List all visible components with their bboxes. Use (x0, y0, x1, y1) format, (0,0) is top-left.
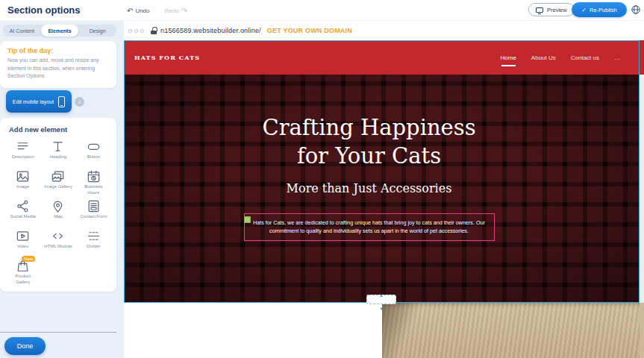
divider-icon (87, 228, 101, 243)
video-icon (16, 228, 30, 243)
map-icon (51, 198, 65, 213)
image-gallery-icon (51, 169, 65, 183)
arrow-down-icon (379, 300, 383, 313)
get-your-own-domain-link[interactable]: GET YOUR OWN DOMAIN (267, 27, 352, 34)
element-label: Image (16, 184, 29, 190)
contact-form-icon (87, 198, 101, 213)
hero-section[interactable]: Crafting Happiness for Your Cats More th… (124, 75, 640, 303)
element-label: Divider (87, 244, 101, 250)
lock-icon (151, 27, 157, 34)
site-nav: Home About Us Contact us … (501, 52, 621, 63)
element-label: Heading (50, 154, 66, 160)
element-label: Description (12, 154, 34, 160)
add-element-image-gallery[interactable]: Image Gallery (40, 169, 75, 197)
social-media-icon (16, 198, 30, 213)
tab-elements[interactable]: Elements (41, 25, 79, 37)
republish-button[interactable]: Re-Publish (572, 2, 627, 17)
edit-mobile-label: Edit mobile layout (13, 99, 54, 104)
redo-icon (181, 7, 187, 15)
republish-label: Re-Publish (590, 7, 617, 13)
language-globe-button[interactable] (631, 4, 641, 15)
window-dot (140, 29, 144, 33)
nav-label: About Us (531, 54, 556, 61)
check-icon (581, 7, 587, 13)
preview-label: Preview (547, 7, 567, 13)
redo-button[interactable]: Redo (165, 7, 188, 15)
element-label: HTML Module (44, 244, 72, 250)
add-element-image[interactable]: Image (5, 169, 40, 197)
tab-label: Elements (48, 28, 71, 34)
undo-label: Undo (135, 7, 149, 14)
preview-button[interactable]: Preview (528, 3, 575, 16)
hero-subheading[interactable]: More than Just Accessories (287, 181, 452, 195)
hero-heading[interactable]: Crafting Happiness for Your Cats (246, 113, 493, 171)
add-element-social-media[interactable]: Social Media (5, 198, 40, 227)
description-icon (16, 139, 30, 154)
section-resize-handle[interactable] (366, 295, 396, 304)
tab-label: AI Content (10, 28, 34, 34)
add-element-title: Add new element (9, 125, 107, 134)
undo-button[interactable]: Undo (127, 7, 150, 15)
nav-about-us[interactable]: About Us (531, 52, 556, 63)
tab-ai-content[interactable]: AI Content (3, 25, 41, 37)
tip-of-the-day-card: Tip of the day: Now you can add, move an… (0, 41, 116, 88)
site-preview-viewport: Hats for Cats Home About Us Contact us …… (124, 40, 640, 358)
phone-icon (58, 96, 65, 107)
element-label: Map (54, 214, 63, 220)
preview-scrollbar[interactable] (640, 40, 644, 358)
element-label: Image Gallery (44, 184, 72, 190)
window-dots (128, 29, 144, 33)
element-label: Video (17, 244, 28, 250)
tip-title: Tip of the day: (7, 47, 109, 54)
image-icon (16, 169, 30, 183)
add-element-html-module[interactable]: HTML Module (40, 228, 75, 257)
history-controls: Undo Redo (127, 7, 187, 15)
element-label: Button (87, 154, 100, 160)
nav-label: Home (501, 54, 516, 61)
globe-icon (631, 4, 641, 15)
next-section-image[interactable] (382, 303, 640, 358)
add-element-video[interactable]: Video (5, 228, 40, 257)
site-url[interactable]: n1566589.websitebuilder.online/ (160, 27, 261, 34)
tab-design[interactable]: Design (78, 25, 116, 37)
undo-icon (127, 7, 133, 15)
panel-tabs: AI Content Elements Design (3, 25, 116, 37)
add-element-business-hours[interactable]: Business Hours (76, 169, 111, 197)
topbar: Section options Undo Redo Preview Re-Pub… (0, 0, 644, 21)
html-module-icon (51, 228, 65, 243)
info-icon[interactable] (75, 97, 84, 107)
add-element-heading[interactable]: Heading (40, 139, 75, 167)
window-dot (134, 29, 138, 33)
add-element-button[interactable]: Button (76, 139, 111, 167)
nav-contact-us[interactable]: Contact us (571, 52, 599, 63)
nav-more[interactable]: … (614, 52, 620, 63)
business-hours-icon (87, 169, 101, 183)
element-label: Product Gallery (9, 274, 37, 286)
add-element-description[interactable]: Description (5, 139, 40, 167)
tab-label: Design (90, 28, 106, 34)
add-new-element-card: Add new element Description Heading (0, 118, 116, 292)
element-label: Contact Form (80, 214, 107, 220)
site-logo[interactable]: Hats for Cats (134, 54, 200, 61)
site-header-section[interactable]: Hats for Cats Home About Us Contact us … (124, 40, 640, 75)
button-icon (87, 139, 101, 154)
add-element-product-gallery[interactable]: New Product Gallery (5, 258, 40, 286)
panel-divider (0, 332, 116, 333)
page-title: Section options (7, 4, 81, 16)
add-element-contact-form[interactable]: Contact Form (76, 198, 111, 227)
nav-home[interactable]: Home (501, 52, 516, 63)
nav-label: … (614, 54, 620, 61)
section-options-panel: AI Content Elements Design Tip of the da… (0, 21, 124, 358)
element-drag-handle[interactable] (244, 216, 251, 223)
add-element-grid: Description Heading Button Im (0, 139, 116, 286)
element-label: Social Media (10, 214, 35, 220)
hero-paragraph-element[interactable]: Hats for Cats, we are dedicated to craft… (244, 213, 495, 241)
add-element-map[interactable]: Map (40, 198, 75, 227)
add-element-divider[interactable]: Divider (76, 228, 111, 257)
hero-paragraph: Hats for Cats, we are dedicated to craft… (253, 219, 485, 235)
edit-mobile-layout-button[interactable]: Edit mobile layout (6, 90, 72, 113)
window-dot (128, 29, 132, 33)
done-button[interactable]: Done (4, 337, 46, 355)
browser-address-bar: n1566589.websitebuilder.online/ GET YOUR… (124, 21, 644, 40)
hero-content: Crafting Happiness for Your Cats More th… (124, 75, 614, 303)
